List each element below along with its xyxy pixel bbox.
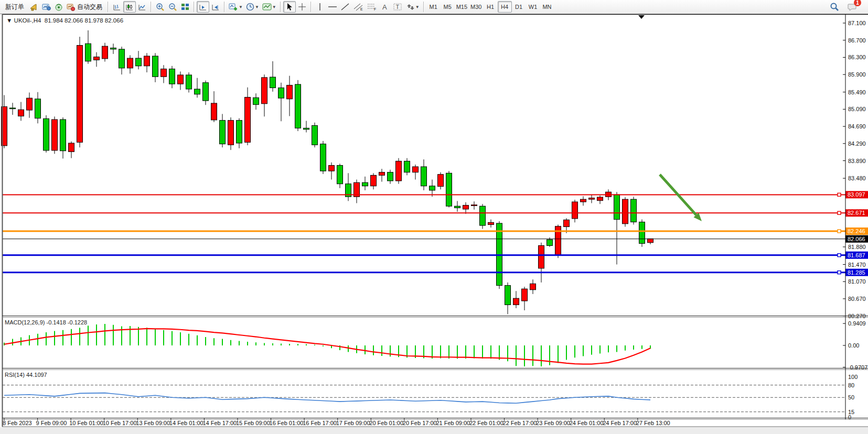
bar-chart-button[interactable] (111, 1, 123, 13)
autotrading-button[interactable]: 自动交易 (65, 1, 105, 13)
tile-windows-button[interactable] (179, 1, 191, 13)
price-tick-label: 81.470 (848, 262, 866, 268)
toolbar-separator (280, 2, 281, 12)
cursor-button[interactable] (283, 1, 296, 13)
candle-bear (388, 172, 393, 181)
macd-tick-label: 0.00 (848, 342, 859, 349)
ohlc-values: 81.984 82.066 81.978 82.066 (45, 17, 123, 24)
timeframe-d1-button[interactable]: D1 (512, 1, 526, 13)
fibonacci-button[interactable]: F (365, 1, 379, 13)
price-tick-label: 81.880 (848, 244, 866, 250)
notification-badge: 1 (854, 0, 861, 6)
channel-icon: E (353, 3, 363, 11)
candle-bull (623, 199, 628, 224)
text-label-button[interactable]: T (391, 1, 404, 13)
timeframe-m5-button[interactable]: M5 (441, 1, 455, 13)
search-button[interactable] (828, 1, 841, 13)
crosshair-button[interactable] (296, 1, 308, 13)
price-tick-label: 84.690 (848, 123, 866, 129)
candle-bear (85, 44, 91, 61)
candle-bull (413, 167, 419, 172)
macd-indicator-label: MACD(12,26,9) -0.1418 -0.1228 (5, 319, 87, 326)
signals-button[interactable] (52, 1, 65, 13)
toolbar-separator (194, 2, 195, 12)
indicators-button[interactable]: ▼ (227, 1, 244, 13)
chart-canvas[interactable]: 83.09782.67182.24682.06681.68781.28587.1… (0, 0, 868, 434)
line-chart-button[interactable] (136, 1, 148, 13)
candle-bull (438, 175, 444, 187)
horizontal-line-button[interactable] (326, 1, 339, 13)
horn-icon (29, 3, 38, 11)
text-a-icon: A (381, 3, 389, 11)
market-watch-button[interactable] (40, 1, 52, 13)
candle-bear (253, 97, 259, 104)
candle-bull (69, 143, 74, 151)
collapse-marker-icon[interactable]: ▼ (6, 17, 12, 24)
rsi-values: 44.1097 (26, 372, 47, 378)
alerts-button[interactable] (27, 1, 40, 13)
notifications-button[interactable]: 1 (846, 1, 859, 13)
candle-bull (127, 58, 133, 68)
zoom-out-button[interactable] (166, 1, 179, 13)
price-badge-label: 82.671 (848, 210, 865, 216)
toolbar: 新订单 自动交易 (0, 0, 868, 14)
trendline-icon (340, 3, 350, 11)
svg-text:T: T (395, 4, 399, 10)
timeframe-w1-button[interactable]: W1 (526, 1, 540, 13)
time-tick-label: 14 Feb 01:00 (169, 420, 203, 426)
signal-icon (55, 3, 63, 11)
text-button[interactable]: A (379, 1, 391, 13)
timeframe-label: D1 (515, 4, 522, 10)
time-tick-label: 22 Feb 17:00 (503, 420, 537, 426)
templates-button[interactable]: ▼ (261, 1, 278, 13)
candle-bear (614, 194, 620, 219)
line-anchor-handle[interactable] (838, 230, 841, 233)
timeframe-label: M30 (470, 4, 481, 10)
candle-bull (178, 75, 184, 84)
candle-bear (480, 206, 486, 225)
candle-bear (60, 120, 66, 151)
timeframe-m1-button[interactable]: M1 (426, 1, 441, 13)
price-badge-label: 81.687 (848, 252, 865, 258)
candle-bull (27, 98, 33, 110)
candle-bear (270, 77, 276, 88)
line-anchor-handle[interactable] (838, 193, 841, 196)
trendline-button[interactable] (339, 1, 351, 13)
new-order-label: 新订单 (4, 3, 26, 12)
new-order-button[interactable]: 新订单 (2, 1, 27, 13)
candle-bear (404, 161, 410, 172)
timeframe-mn-button[interactable]: MN (540, 1, 554, 13)
price-tick-label: 83.480 (848, 175, 866, 181)
equidistant-channel-button[interactable]: E (351, 1, 365, 13)
time-tick-label: 24 Feb 17:00 (603, 420, 637, 426)
candle-bull (589, 198, 595, 199)
candle-bull (371, 175, 377, 186)
fibonacci-icon: F (367, 3, 377, 11)
auto-scroll-button[interactable] (197, 1, 209, 13)
timeframe-m30-button[interactable]: M30 (469, 1, 483, 13)
line-anchor-handle[interactable] (838, 211, 841, 214)
line-anchor-handle[interactable] (838, 271, 841, 274)
candlestick-chart-button[interactable] (123, 1, 136, 13)
periods-button[interactable]: ▼ (244, 1, 261, 13)
timeframe-m15-button[interactable]: M15 (455, 1, 469, 13)
candle-bear (186, 75, 192, 89)
arrows-tool-button[interactable]: ▼ (404, 1, 421, 13)
macd-name: MACD(12,26,9) (5, 319, 45, 326)
candle-bull (211, 103, 217, 120)
candle-bull (396, 161, 402, 181)
price-badge-label: 82.066 (848, 236, 865, 242)
price-tick-label: 85.490 (848, 89, 866, 95)
timeframe-h1-button[interactable]: H1 (484, 1, 498, 13)
line-anchor-handle[interactable] (838, 254, 841, 257)
timeframe-h4-button[interactable]: H4 (498, 1, 512, 13)
candle-bull (161, 69, 167, 77)
vertical-line-button[interactable] (314, 1, 326, 13)
candle-bull (564, 220, 570, 226)
rsi-name: RSI(14) (5, 372, 25, 378)
price-badge-label: 81.285 (848, 269, 865, 276)
candle-bull (94, 57, 100, 60)
candle-bear (35, 99, 41, 118)
chart-shift-button[interactable] (209, 1, 222, 13)
zoom-in-button[interactable] (154, 1, 166, 13)
